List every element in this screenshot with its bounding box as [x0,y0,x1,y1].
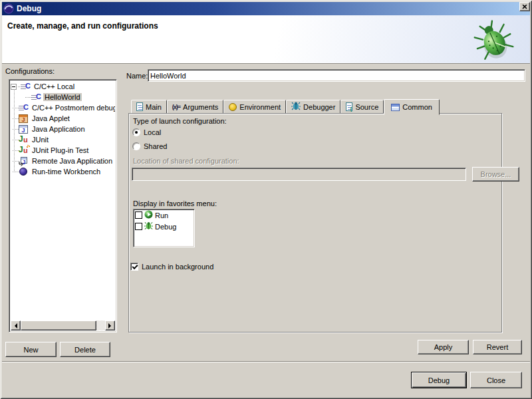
tab-arguments[interactable]: (x)= Arguments [167,100,223,114]
tab-environment[interactable]: Environment [223,100,286,114]
document-icon [136,102,143,111]
radio-shared[interactable]: Shared [132,142,167,150]
tab-source[interactable]: { Source [340,100,384,114]
run-icon [144,210,153,220]
radio-unselected-icon [132,142,140,150]
name-label: Name: [126,72,148,80]
tab-bar: Main (x)= Arguments Environment [131,99,440,114]
favorites-list[interactable]: Run Debug [133,209,195,247]
tree-item-label: JUnit [31,136,50,144]
new-button[interactable]: New [5,342,57,357]
tree-item-java-applet[interactable]: J Java Applet [11,113,115,124]
tree-item-junit-plugin[interactable]: Ju JUnit Plug-in Test [11,145,115,156]
c-launch-icon: C [21,82,31,91]
bug-icon [291,102,301,112]
arguments-icon: (x)= [172,104,180,110]
tree-item-label: Java Application [31,125,86,133]
checkbox-checked-icon [130,263,138,271]
radio-local-label: Local [144,128,161,136]
scroll-left-button[interactable] [11,321,21,331]
radio-local[interactable]: Local [132,128,161,136]
c-launch-icon: C [31,93,41,102]
shared-location-label: Location of shared configuration: [133,157,239,165]
name-input[interactable] [148,69,525,82]
scroll-right-button[interactable] [105,321,115,331]
tab-label: Arguments [183,103,218,111]
revert-button[interactable]: Revert [473,340,522,354]
debug-button[interactable]: Debug [411,372,467,388]
tree-item-cpp-local[interactable]: C C/C++ Local [11,81,115,92]
titlebar[interactable]: Debug [2,2,530,15]
tab-debugger[interactable]: Debugger [286,100,340,114]
debug-checkbox[interactable] [135,223,142,230]
launch-type-label: Type of launch configuration: [133,117,227,125]
radio-selected-icon [132,128,140,136]
debug-dialog: Debug Create, manage, and run configurat… [0,0,532,399]
radio-shared-label: Shared [144,142,167,150]
tree-item-runtime-workbench[interactable]: Run-time Workbench [11,166,115,177]
eclipse-icon [3,3,14,14]
scrollbar-thumb[interactable] [21,321,96,331]
tree-item-label: Java Applet [31,114,71,122]
java-application-icon: J [19,125,29,134]
window-title: Debug [17,4,41,13]
favorite-item-label: Run [155,211,168,219]
collapse-toggle-icon[interactable] [11,84,17,90]
launch-in-background-label: Launch in background [142,263,213,271]
bug-image [473,19,515,66]
tree-item-label: JUnit Plug-in Test [31,146,90,154]
java-applet-icon: J [19,114,29,123]
tab-label: Environment [239,103,281,111]
tree-item-label-selected: HelloWorld [43,93,82,101]
horizontal-scrollbar[interactable] [11,321,115,331]
close-icon [522,5,527,9]
configurations-tree[interactable]: C C/C++ Local C HelloWorld C C/C++ Postm… [9,79,117,332]
browse-button[interactable]: Browse... [472,167,519,182]
tree-item-label: C/C++ Local [33,82,76,90]
page-title: Create, manage, and run configurations [7,21,158,31]
tree-item-label: C/C++ Postmortem debugger [31,104,115,112]
tab-common[interactable]: Common [384,99,440,115]
tab-main[interactable]: Main [131,100,167,114]
source-document-icon: { [346,102,352,111]
configurations-label: Configurations: [5,67,55,75]
junit-plugin-icon: Ju [19,146,29,155]
remote-java-icon: J [19,157,29,166]
shared-location-input[interactable] [132,168,466,181]
tree-item-label: Run-time Workbench [31,168,102,176]
tab-label: Debugger [303,103,335,111]
tree-item-remote-java[interactable]: J Remote Java Application [11,156,115,166]
launch-in-background-checkbox[interactable]: Launch in background [130,263,213,271]
junit-icon: Ju [19,136,29,144]
favorite-item-debug[interactable]: Debug [134,221,194,232]
tab-label: Common [402,103,432,111]
close-dialog-button[interactable]: Close [470,372,522,388]
workbench-icon [19,168,29,176]
apply-button[interactable]: Apply [418,340,469,354]
scrollbar-track[interactable] [96,321,105,331]
tree-item-junit[interactable]: Ju JUnit [11,134,115,145]
favorites-label: Display in favorites menu: [133,200,217,207]
tree-item-helloworld[interactable]: C HelloWorld [11,92,115,102]
tree-item-java-application[interactable]: J Java Application [11,124,115,134]
header-banner: Create, manage, and run configurations [2,15,530,64]
delete-button[interactable]: Delete [60,342,110,357]
c-launch-icon: C [19,104,29,112]
footer-separator [2,361,530,362]
tab-label: Source [355,103,378,111]
table-icon [391,104,400,111]
favorite-item-label: Debug [155,223,176,231]
environment-icon [229,103,237,111]
tree-item-label: Remote Java Application [31,157,114,165]
favorite-item-run[interactable]: Run [134,209,194,221]
close-button[interactable] [519,2,530,11]
tree-item-cpp-postmortem[interactable]: C C/C++ Postmortem debugger [11,102,115,113]
debug-bug-icon [144,221,153,231]
run-checkbox[interactable] [135,211,142,219]
tab-label: Main [146,103,162,111]
